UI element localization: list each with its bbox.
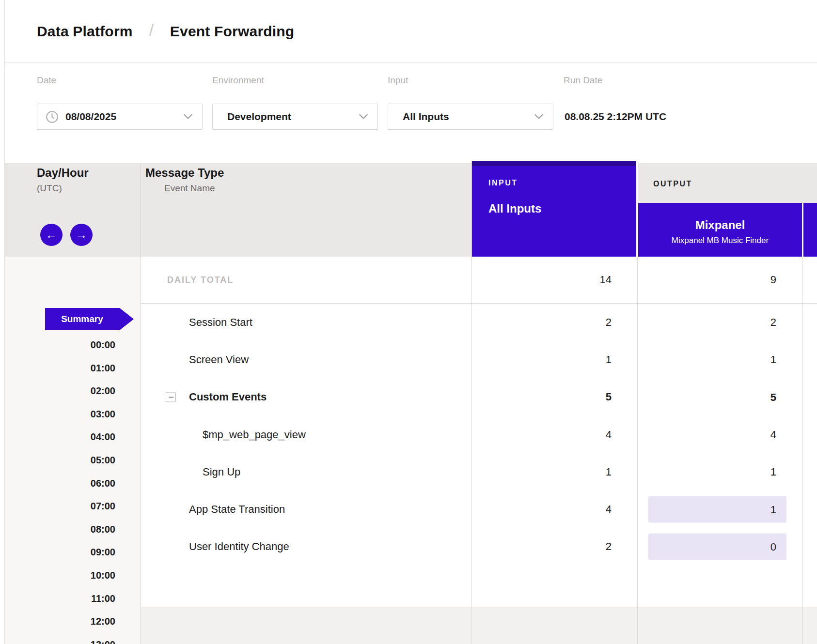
chevron-down-icon[interactable] xyxy=(534,114,543,120)
event-name-cell: Custom Events xyxy=(141,379,471,416)
output-count-cell: 1 xyxy=(637,491,802,528)
input-column-header[interactable]: INPUT All Inputs xyxy=(471,161,636,257)
table-row: $mp_web_page_view 4 4 xyxy=(141,416,817,453)
output-count-value: 4 xyxy=(648,421,786,448)
message-type-column-header: Message Type Event Name xyxy=(145,166,224,194)
date-select-value: 08/08/2025 xyxy=(65,111,116,123)
event-name: User Identity Change xyxy=(189,540,289,553)
input-count-cell: 4 xyxy=(471,491,637,528)
event-name: Session Start xyxy=(189,316,252,329)
arrow-left-icon: ← xyxy=(46,229,57,241)
next-day-button[interactable]: → xyxy=(70,224,93,246)
page-title: Event Forwarding xyxy=(170,23,295,40)
hour-label: 08:00 xyxy=(4,518,141,541)
table-row: Custom Events 5 5 xyxy=(141,379,817,416)
event-name: $mp_web_page_view xyxy=(203,429,306,441)
hour-label: 06:00 xyxy=(4,472,141,495)
date-select[interactable]: 08/08/2025 xyxy=(37,104,203,130)
daily-total-output-count: 9 xyxy=(637,257,802,303)
daily-total-label: DAILY TOTAL xyxy=(141,257,471,303)
next-output-column-partial xyxy=(803,203,817,257)
event-name: Custom Events xyxy=(189,391,267,403)
message-type-title: Message Type xyxy=(145,166,224,180)
table-row: User Identity Change 2 0 xyxy=(141,528,817,566)
hour-label: 13:00 xyxy=(4,633,141,644)
chevron-down-icon[interactable] xyxy=(184,114,192,120)
event-name-cell: App State Transition xyxy=(141,491,471,528)
event-rows: Session Start 2 2 Screen View 1 1 Custom… xyxy=(141,304,817,566)
environment-filter-label: Environment xyxy=(212,75,264,86)
column-divider xyxy=(141,163,141,644)
output-count-value: 1 xyxy=(648,496,786,523)
daily-total-row: DAILY TOTAL 14 9 xyxy=(141,257,817,304)
output-count-value: 1 xyxy=(648,346,786,373)
event-name: App State Transition xyxy=(189,503,285,516)
day-hour-column-header: Day/Hour (UTC) xyxy=(37,166,89,194)
output-count-value: 2 xyxy=(648,309,786,336)
summary-row-indicator[interactable]: Summary xyxy=(45,308,134,330)
table-row: Session Start 2 2 xyxy=(141,304,817,341)
arrow-right-icon: → xyxy=(76,229,87,241)
hour-label: 01:00 xyxy=(4,357,141,380)
hour-label: 02:00 xyxy=(4,380,141,403)
input-count-cell: 1 xyxy=(471,341,637,378)
event-name-cell: Session Start xyxy=(141,304,471,341)
table-row: App State Transition 4 1 xyxy=(141,491,817,528)
environment-select-value: Development xyxy=(227,111,291,123)
run-date-value: 08.08.25 2:12PM UTC xyxy=(565,104,666,130)
output-count-cell: 5 xyxy=(637,379,802,416)
output-count-cell: 1 xyxy=(637,341,802,378)
selected-column-indicator xyxy=(472,161,636,166)
hour-list: 00:0001:0002:0003:0004:0005:0006:0007:00… xyxy=(4,334,141,644)
hour-label: 00:00 xyxy=(4,334,141,357)
event-name: Screen View xyxy=(189,353,249,366)
hour-label: 05:00 xyxy=(4,449,141,472)
hour-label: 07:00 xyxy=(4,495,141,518)
input-count-cell: 1 xyxy=(471,453,637,491)
input-count-cell: 4 xyxy=(471,416,637,453)
table-footer-area xyxy=(141,607,817,644)
output-count-cell: 2 xyxy=(637,304,802,341)
output-column-name: Mixpanel xyxy=(695,218,745,232)
minus-icon xyxy=(169,397,173,398)
event-name-subtitle: Event Name xyxy=(164,183,224,194)
output-count-cell: 1 xyxy=(637,453,802,491)
event-name: Sign Up xyxy=(203,466,240,478)
hour-label: 04:00 xyxy=(4,426,141,449)
breadcrumb: Data Platform / Event Forwarding xyxy=(37,0,294,62)
breadcrumb-separator: / xyxy=(149,21,154,40)
event-name-cell: User Identity Change xyxy=(141,528,471,566)
output-count-value: 5 xyxy=(648,384,786,411)
input-column-name: All Inputs xyxy=(488,202,636,215)
input-count-cell: 2 xyxy=(471,304,637,341)
input-count-cell: 5 xyxy=(471,379,637,416)
output-column-header[interactable]: Mixpanel Mixpanel MB Music Finder xyxy=(638,203,802,257)
chevron-down-icon[interactable] xyxy=(359,114,368,120)
date-filter-label: Date xyxy=(37,75,56,86)
previous-day-button[interactable]: ← xyxy=(40,224,63,246)
output-connection-name: Mixpanel MB Music Finder xyxy=(672,235,769,246)
event-forwarding-page: Data Platform / Event Forwarding Date En… xyxy=(0,0,817,644)
input-filter-label: Input xyxy=(388,75,408,86)
clock-icon xyxy=(46,110,59,123)
hour-label: 11:00 xyxy=(4,587,141,611)
left-scrollbar-gutter xyxy=(0,0,5,644)
input-select[interactable]: All Inputs xyxy=(388,104,553,130)
breadcrumb-section[interactable]: Data Platform xyxy=(37,23,133,40)
daily-total-input-count: 14 xyxy=(471,257,637,303)
hour-label: 09:00 xyxy=(4,541,141,564)
environment-select[interactable]: Development xyxy=(212,104,378,130)
output-count-value: 1 xyxy=(648,459,786,485)
day-hour-timezone: (UTC) xyxy=(37,183,89,194)
output-count-value: 0 xyxy=(648,534,786,560)
collapse-expander-icon[interactable] xyxy=(166,392,176,402)
hour-label: 12:00 xyxy=(4,610,141,633)
hour-label: 10:00 xyxy=(4,564,141,587)
output-section-label: OUTPUT xyxy=(653,180,692,188)
event-name-cell: $mp_web_page_view xyxy=(141,416,471,453)
input-count-cell: 2 xyxy=(471,528,637,566)
run-date-label: Run Date xyxy=(564,75,602,86)
event-name-cell: Screen View xyxy=(141,341,471,378)
input-section-label: INPUT xyxy=(488,179,636,187)
input-select-value: All Inputs xyxy=(403,111,449,123)
